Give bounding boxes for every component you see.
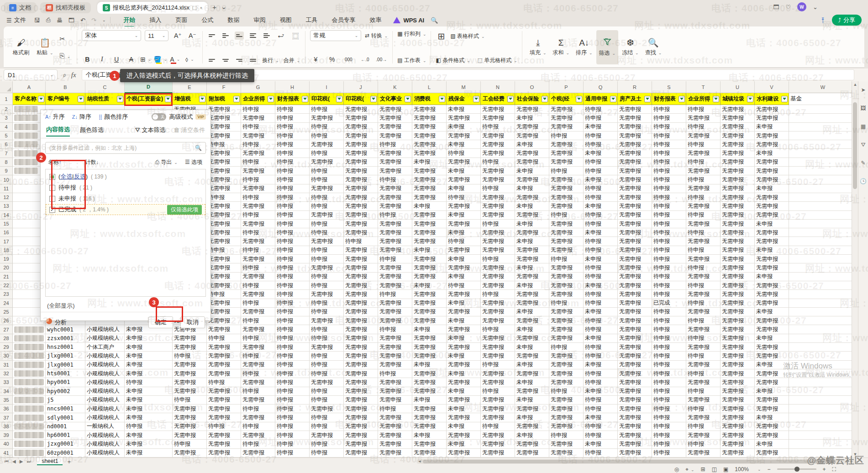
cell-T26[interactable]: 待申报 bbox=[686, 316, 721, 325]
cell-B38[interactable]: nd0001 bbox=[46, 422, 85, 431]
cell-N12[interactable]: 无需申报 bbox=[481, 193, 515, 202]
row-number-27[interactable]: 27 bbox=[0, 325, 13, 334]
cell-F35[interactable]: 无需申报 bbox=[207, 396, 241, 405]
cell-R38[interactable]: 无需申报 bbox=[618, 422, 652, 431]
cell-grid-icon[interactable]: ⊞ bbox=[436, 30, 447, 42]
cell-G9[interactable]: 无需申报 bbox=[241, 167, 275, 175]
cell-V9[interactable]: 无需申报 bbox=[755, 167, 789, 175]
cell-C39[interactable]: 小规模纳税人 bbox=[85, 431, 125, 440]
cell-N17[interactable]: 无需申报 bbox=[481, 237, 515, 246]
cell-V27[interactable]: 无需申报 bbox=[755, 325, 789, 334]
cell-R28[interactable]: 无需申报 bbox=[618, 334, 652, 343]
cell-W8[interactable] bbox=[789, 158, 857, 167]
cell-O25[interactable]: 未申报 bbox=[515, 308, 549, 316]
cell-F40[interactable]: 无需申报 bbox=[207, 440, 241, 448]
cell-R36[interactable]: 无需申报 bbox=[618, 405, 652, 413]
cell-Q33[interactable]: 待申报 bbox=[584, 378, 618, 387]
cell-G23[interactable]: 无需申报 bbox=[241, 290, 275, 299]
cell-P24[interactable]: 待申报 bbox=[549, 299, 584, 308]
cell-G31[interactable]: 无需申报 bbox=[241, 361, 275, 369]
search-icon[interactable]: 🔍 bbox=[431, 17, 438, 24]
cell-Q18[interactable]: 待申报 bbox=[584, 246, 618, 255]
cell-J35[interactable]: 无需申报 bbox=[344, 396, 378, 405]
cell-J31[interactable]: 无需申报 bbox=[344, 361, 378, 369]
cell-E34[interactable]: 无需申报 bbox=[173, 387, 207, 396]
cell-W22[interactable] bbox=[789, 281, 857, 290]
zoom-formula-icon[interactable]: ⌕ bbox=[63, 71, 67, 79]
export-icon[interactable]: ⎙ bbox=[46, 16, 51, 24]
cell-S13[interactable]: 待申报 bbox=[652, 202, 686, 210]
cell-O39[interactable]: 未申报 bbox=[515, 431, 549, 440]
cell-J19[interactable]: 无需申报 bbox=[344, 255, 378, 263]
cell-R9[interactable]: 无需申报 bbox=[618, 167, 652, 175]
row-number-17[interactable]: 17 bbox=[0, 237, 13, 246]
cell-U36[interactable]: 无需申报 bbox=[721, 405, 755, 413]
cell-G6[interactable]: 待申报 bbox=[241, 140, 275, 149]
align-left-icon[interactable] bbox=[207, 56, 216, 64]
increase-indent-icon[interactable] bbox=[262, 32, 271, 40]
cell-I3[interactable]: 无需申报 bbox=[310, 114, 344, 122]
cell-V19[interactable]: 无需申报 bbox=[755, 255, 789, 263]
convert-button[interactable]: ⇄ 转换⌄ bbox=[365, 32, 388, 40]
cell-K13[interactable]: 无需申报 bbox=[378, 202, 412, 210]
row-number-26[interactable]: 26 bbox=[0, 316, 13, 325]
cell-M36[interactable]: 未申报 bbox=[447, 405, 481, 413]
add-sheet-button[interactable]: + bbox=[67, 458, 71, 465]
cell-D31[interactable]: 未申报 bbox=[125, 361, 173, 369]
worksheet-button[interactable]: ▤ 工作表⌄ bbox=[397, 57, 426, 64]
cell-P17[interactable]: 无需申报 bbox=[549, 237, 584, 246]
cell-C41[interactable]: 小规模纳税人 bbox=[85, 449, 125, 457]
cell-H21[interactable]: 待申报 bbox=[275, 273, 310, 281]
cell-V34[interactable]: 未申报 bbox=[755, 387, 789, 396]
column-letter-U[interactable]: U bbox=[721, 81, 755, 93]
font-name-select[interactable]: 宋体⌄ bbox=[82, 30, 141, 41]
cell-H34[interactable]: 待申报 bbox=[275, 387, 310, 396]
cell-K26[interactable]: 无需申报 bbox=[378, 316, 412, 325]
cancel-button[interactable]: 取消 bbox=[180, 316, 205, 328]
cell-J28[interactable]: 无需申报 bbox=[344, 334, 378, 343]
cell-L7[interactable]: 无需申报 bbox=[412, 149, 447, 158]
cell-T33[interactable]: 无需申报 bbox=[686, 378, 721, 387]
column-letter-P[interactable]: P bbox=[549, 81, 584, 93]
cell-L21[interactable]: 无需申报 bbox=[412, 273, 447, 281]
cell-N20[interactable]: 无需申报 bbox=[481, 263, 515, 272]
cell-C32[interactable]: 小规模纳税人 bbox=[85, 369, 125, 378]
select-all-corner[interactable] bbox=[0, 81, 13, 93]
row-number-6[interactable]: 6 bbox=[0, 140, 13, 149]
cell-M23[interactable]: 无需申报 bbox=[447, 290, 481, 299]
cell-S33[interactable]: 待申报 bbox=[652, 378, 686, 387]
cell-N28[interactable]: 无需申报 bbox=[481, 334, 515, 343]
cell-T15[interactable]: 无需申报 bbox=[686, 220, 721, 228]
select-all-link[interactable]: 全选 bbox=[60, 173, 72, 180]
cell-H40[interactable]: 待申报 bbox=[275, 440, 310, 448]
vscroll-thumb[interactable] bbox=[853, 102, 857, 189]
cell-W21[interactable] bbox=[789, 273, 857, 281]
cell-P6[interactable]: 无需申报 bbox=[549, 140, 584, 149]
cell-F39[interactable]: 无需申报 bbox=[207, 431, 241, 440]
cell-S38[interactable]: 待申报 bbox=[652, 422, 686, 431]
cell-U14[interactable]: 无需申报 bbox=[721, 211, 755, 220]
cell-E39[interactable]: 无需申报 bbox=[173, 431, 207, 440]
cell-B41[interactable]: 60zp0001 bbox=[46, 449, 85, 457]
cell-O36[interactable]: 无需申报 bbox=[515, 405, 549, 413]
cell-J33[interactable]: 无需申报 bbox=[344, 378, 378, 387]
cell-T38[interactable]: 待申报 bbox=[686, 422, 721, 431]
macro-record-icon[interactable]: ◎ bbox=[674, 466, 679, 473]
cell-P13[interactable]: 无需申报 bbox=[549, 202, 584, 210]
cell-N2[interactable]: 无需申报 bbox=[481, 105, 515, 114]
cell-W19[interactable] bbox=[789, 255, 857, 263]
cell-R3[interactable]: 无需申报 bbox=[618, 114, 652, 122]
number-format-select[interactable]: 常规⌄ bbox=[310, 30, 361, 41]
header-cell-L[interactable]: 消费税 bbox=[412, 93, 447, 105]
cell-L19[interactable]: 无需申报 bbox=[412, 255, 447, 263]
cell-C31[interactable]: 小规模纳税人 bbox=[85, 361, 125, 369]
cell-K39[interactable]: 无需申报 bbox=[378, 431, 412, 440]
filter-dropdown-icon[interactable] bbox=[644, 96, 651, 102]
cell-K33[interactable]: 无需申报 bbox=[378, 378, 412, 387]
cell-F6[interactable]: 待申报 bbox=[207, 140, 241, 149]
cell-F23[interactable]: 待申报 bbox=[207, 290, 241, 299]
freeze-button[interactable]: ❆ 冻结⌄ bbox=[619, 30, 642, 64]
filter-dropdown-icon[interactable] bbox=[38, 96, 44, 102]
cell-L11[interactable]: 无需申报 bbox=[412, 184, 447, 193]
cell-N37[interactable]: 无需申报 bbox=[481, 413, 515, 422]
